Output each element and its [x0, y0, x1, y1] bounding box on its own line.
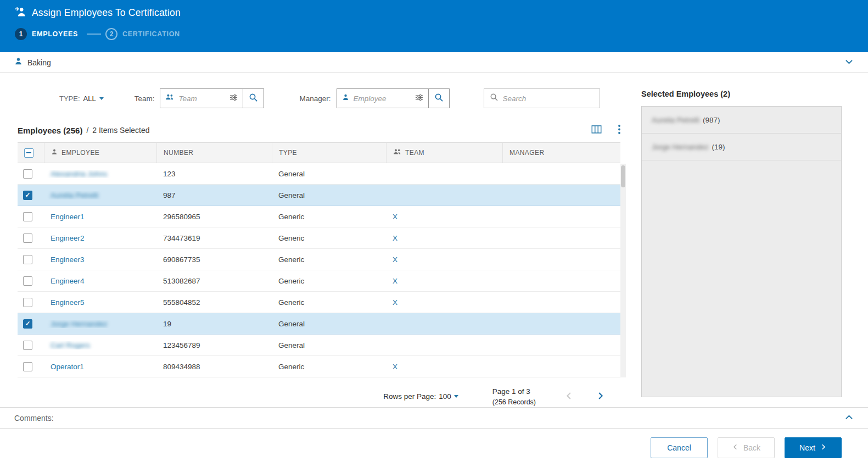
cancel-button-label: Cancel — [667, 443, 691, 452]
employee-type: General — [272, 320, 386, 328]
page-number-text: Page 1 of 3 — [492, 386, 536, 397]
search-icon — [490, 93, 499, 104]
employee-type: Generic — [272, 234, 386, 242]
table-row[interactable]: Engineer2 734473619 Generic X — [18, 227, 620, 249]
rows-per-page-value: 100 — [439, 392, 451, 401]
select-all-checkbox[interactable] — [24, 148, 33, 158]
person-icon — [14, 57, 23, 68]
team-search-button[interactable] — [243, 88, 264, 108]
row-checkbox[interactable] — [23, 362, 32, 371]
team-link[interactable]: X — [393, 255, 397, 264]
person-icon — [51, 148, 58, 157]
back-button[interactable]: Back — [718, 437, 775, 458]
table-scrollbar[interactable] — [620, 164, 626, 377]
more-actions-button[interactable] — [618, 125, 620, 136]
employee-link[interactable]: Engineer1 — [51, 213, 85, 221]
table-row[interactable]: Engineer5 555804852 Generic X — [18, 292, 620, 313]
filter-options-icon[interactable] — [415, 93, 423, 104]
rows-per-page-dropdown[interactable]: Rows per Page:100 — [383, 392, 458, 401]
employee-link[interactable]: Engineer2 — [51, 234, 85, 242]
employee-type: Generic — [272, 277, 386, 285]
filter-options-icon[interactable] — [229, 93, 238, 104]
team-link[interactable]: X — [393, 298, 397, 307]
team-search-input[interactable] — [178, 94, 225, 103]
team-link[interactable]: X — [393, 363, 397, 371]
employee-link[interactable]: Carl Rogers — [51, 341, 90, 349]
employee-link[interactable]: Jorge Hernandez — [51, 320, 108, 328]
next-button[interactable]: Next — [785, 437, 842, 458]
table-row[interactable]: Aurelia Petrelli 987 General — [18, 185, 620, 206]
team-link[interactable]: X — [393, 234, 397, 242]
row-checkbox[interactable] — [23, 169, 32, 179]
column-header-number[interactable]: NUMBER — [164, 149, 193, 157]
type-filter-label: TYPE: — [59, 94, 80, 103]
step-1-circle: 1 — [15, 28, 27, 40]
columns-icon — [591, 125, 602, 136]
selected-employee-item[interactable]: Jorge Hernandez (19) — [642, 134, 841, 160]
employee-link[interactable]: Engineer5 — [51, 298, 85, 307]
selected-employees-title: Selected Employees (2) — [641, 90, 842, 98]
step-connector — [87, 34, 101, 35]
selected-employee-item[interactable]: Aurelia Petrelli (987) — [642, 107, 841, 134]
employee-link[interactable]: Engineer4 — [51, 277, 85, 285]
row-checkbox[interactable] — [23, 298, 32, 307]
column-header-manager[interactable]: MANAGER — [509, 149, 544, 157]
row-checkbox[interactable] — [23, 234, 32, 243]
table-row[interactable]: Jorge Hernandez 19 General — [18, 313, 620, 335]
row-checkbox[interactable] — [23, 319, 32, 329]
selected-employee-name: Aurelia Petrelli — [652, 116, 699, 124]
step-certification[interactable]: 2 CERTIFICATION — [105, 28, 180, 40]
comments-label: Comments: — [14, 414, 54, 422]
step-2-circle: 2 — [105, 28, 117, 40]
manager-search-button[interactable] — [429, 88, 450, 108]
table-row[interactable]: Engineer4 513082687 Generic X — [18, 270, 620, 292]
row-checkbox[interactable] — [23, 212, 32, 221]
column-header-employee[interactable]: EMPLOYEE — [61, 149, 99, 157]
chevron-up-icon — [844, 413, 854, 424]
employee-type: Generic — [272, 363, 386, 371]
column-header-type[interactable]: TYPE — [279, 149, 297, 157]
type-filter-dropdown[interactable]: TYPE: ALL — [59, 94, 104, 103]
search-input[interactable] — [503, 94, 594, 103]
column-header-team[interactable]: TEAM — [405, 149, 424, 157]
table-row[interactable]: Engineer1 296580965 Generic X — [18, 206, 620, 227]
row-checkbox[interactable] — [23, 276, 32, 286]
filter-row: TYPE: ALL Team: — [18, 88, 624, 108]
dialog-header: Assign Employees To Certification 1 EMPL… — [0, 0, 868, 52]
employee-type: General — [272, 191, 386, 199]
row-checkbox[interactable] — [23, 341, 32, 350]
kebab-menu-icon — [618, 125, 620, 136]
context-bar: Baking — [0, 52, 868, 73]
comments-section: Comments: — [0, 407, 868, 429]
next-page-button[interactable] — [596, 391, 605, 402]
row-checkbox[interactable] — [23, 255, 32, 264]
search-icon — [249, 93, 258, 104]
team-link[interactable]: X — [393, 213, 397, 221]
employee-number: 19 — [156, 320, 272, 328]
items-selected-count: 2 Items Selected — [92, 126, 149, 135]
table-row[interactable]: Alexandria Johns 123 General — [18, 163, 620, 185]
table-row[interactable]: Operator1 809434988 Generic X — [18, 356, 620, 377]
team-icon — [393, 148, 401, 157]
step-employees[interactable]: 1 EMPLOYEES — [15, 28, 78, 40]
employee-link[interactable]: Engineer3 — [51, 255, 85, 264]
team-lookup — [160, 88, 264, 108]
cancel-button[interactable]: Cancel — [651, 437, 708, 458]
collapse-comments-button[interactable] — [844, 413, 854, 424]
table-row[interactable]: Carl Rogers 123456789 General — [18, 335, 620, 356]
collapse-section-button[interactable] — [844, 57, 854, 68]
step-2-label: CERTIFICATION — [122, 30, 180, 38]
manager-filter-label: Manager: — [299, 94, 331, 103]
manager-search-input[interactable] — [354, 94, 411, 103]
scrollbar-thumb[interactable] — [621, 165, 625, 187]
employee-link[interactable]: Aurelia Petrelli — [51, 191, 98, 199]
employee-link[interactable]: Operator1 — [51, 363, 84, 371]
column-settings-button[interactable] — [591, 125, 602, 136]
team-link[interactable]: X — [393, 277, 397, 285]
row-checkbox[interactable] — [23, 191, 32, 200]
table-row[interactable]: Engineer3 690867735 Generic X — [18, 249, 620, 270]
previous-page-button[interactable] — [564, 391, 574, 402]
chevron-down-icon — [844, 57, 854, 68]
assign-user-icon — [14, 6, 26, 20]
employee-link[interactable]: Alexandria Johns — [51, 170, 108, 178]
